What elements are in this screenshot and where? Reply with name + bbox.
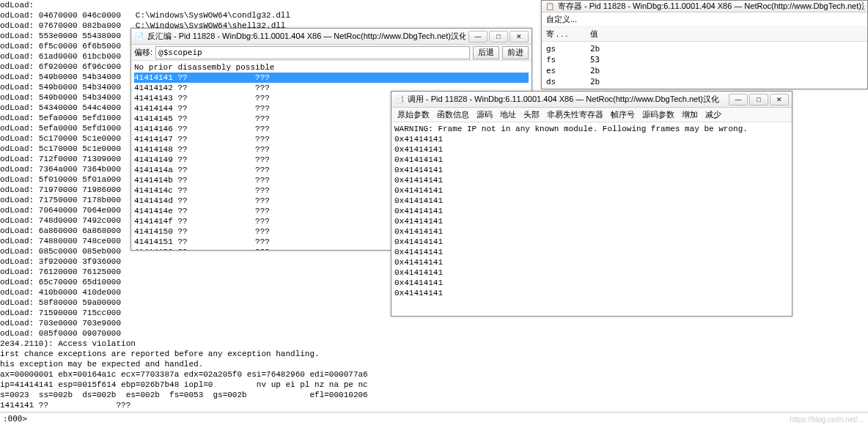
offset-input[interactable] xyxy=(155,46,470,59)
register-row[interactable]: fs53 xyxy=(546,54,863,65)
disasm-line[interactable]: 41414141 ?? ??? xyxy=(134,73,529,83)
cmd-input[interactable] xyxy=(30,413,868,425)
disasm-titlebar[interactable]: 📄 反汇编 - Pid 11828 - WinDbg:6.11.0001.404… xyxy=(131,29,532,45)
minimize-button[interactable]: — xyxy=(729,94,748,106)
close-button[interactable]: ✕ xyxy=(770,94,789,106)
register-row[interactable]: ds2b xyxy=(546,76,863,87)
register-value: 2b xyxy=(590,43,600,54)
callstack-window: 📑 调用 - Pid 11828 - WinDbg:6.11.0001.404 … xyxy=(391,91,792,317)
registers-titlebar[interactable]: 📋 寄存器 - Pid 11828 - WinDbg:6.11.0001.404… xyxy=(542,1,867,12)
disasm-toolbar: 偏移: 后退 前进 xyxy=(131,45,532,61)
reg-col-value: 值 xyxy=(590,29,598,40)
cmd-prompt: :000> xyxy=(0,414,30,424)
registers-window: 📋 寄存器 - Pid 11828 - WinDbg:6.11.0001.404… xyxy=(541,0,868,89)
register-name: fs xyxy=(546,54,590,65)
registers-icon: 📋 xyxy=(545,1,555,12)
registers-custom-link[interactable]: 自定义... xyxy=(542,12,867,27)
register-row[interactable]: gs2b xyxy=(546,43,863,54)
call-tab[interactable]: 原始参数 xyxy=(397,109,430,120)
command-bar: :000> xyxy=(0,412,868,425)
offset-label: 偏移: xyxy=(134,47,152,58)
call-tab[interactable]: 减少 xyxy=(705,109,721,120)
register-name: es xyxy=(546,65,590,76)
call-tab[interactable]: 函数信息 xyxy=(437,109,469,120)
maximize-button[interactable]: □ xyxy=(489,31,508,42)
watermark: https://blog.csdn.net/... xyxy=(790,415,864,424)
call-tab[interactable]: 帧序号 xyxy=(611,109,635,120)
register-name: ds xyxy=(546,76,590,87)
register-row[interactable]: es2b xyxy=(546,65,863,76)
call-tab[interactable]: 地址 xyxy=(500,109,516,120)
register-value: 2b xyxy=(590,65,600,76)
register-value: 53 xyxy=(590,54,600,65)
reg-col-name: 寄 . . . xyxy=(546,29,590,40)
call-tab[interactable]: 非易失性寄存器 xyxy=(547,109,603,120)
call-titlebar[interactable]: 📑 调用 - Pid 11828 - WinDbg:6.11.0001.404 … xyxy=(391,92,792,108)
disasm-icon: 📄 xyxy=(134,32,144,42)
call-icon: 📑 xyxy=(394,95,405,105)
register-value: 2b xyxy=(590,76,600,87)
call-tab[interactable]: 源码 xyxy=(477,109,493,120)
disasm-header-line: No prior disassembly possible xyxy=(134,62,529,73)
register-name: gs xyxy=(546,43,590,54)
call-tabs: 原始参数函数信息源码地址头部非易失性寄存器帧序号源码参数增加减少 xyxy=(391,108,792,122)
registers-table: gs2bfs53es2bds2b xyxy=(542,42,867,89)
call-title: 调用 - Pid 11828 - WinDbg:6.11.0001.404 X8… xyxy=(408,94,726,105)
back-button[interactable]: 后退 xyxy=(473,46,499,59)
registers-title: 寄存器 - Pid 11828 - WinDbg:6.11.0001.404 X… xyxy=(558,1,864,12)
call-tab[interactable]: 源码参数 xyxy=(642,109,674,120)
close-button[interactable]: ✕ xyxy=(510,31,529,42)
registers-header: 寄 . . . 值 xyxy=(542,27,867,42)
call-tab[interactable]: 增加 xyxy=(682,109,698,120)
call-tab[interactable]: 头部 xyxy=(523,109,540,120)
minimize-button[interactable]: — xyxy=(468,31,488,42)
disasm-title: 反汇编 - Pid 11828 - WinDbg:6.11.0001.404 X… xyxy=(147,31,466,42)
maximize-button[interactable]: □ xyxy=(749,94,768,106)
forward-button[interactable]: 前进 xyxy=(502,46,529,59)
call-body[interactable]: WARNING: Frame IP not in any known modul… xyxy=(391,122,792,316)
